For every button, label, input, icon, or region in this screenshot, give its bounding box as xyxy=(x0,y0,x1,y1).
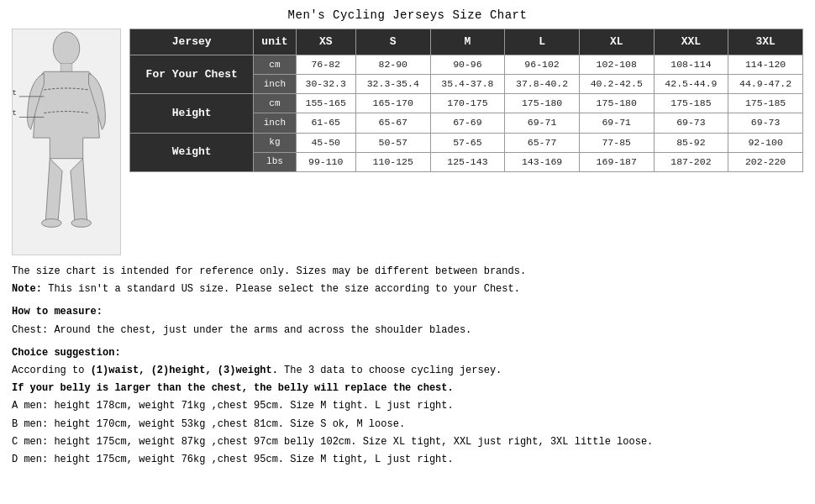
data-cell: 45-50 xyxy=(296,133,355,152)
svg-point-0 xyxy=(53,32,80,65)
svg-text:Waist: Waist xyxy=(13,109,17,118)
col-xl: XL xyxy=(579,29,654,55)
how-to-measure-header: How to measure: xyxy=(12,304,803,320)
data-cell: 65-77 xyxy=(505,133,580,152)
table-row: Heightcm155-165165-170170-175175-180175-… xyxy=(130,94,803,113)
data-cell: 175-185 xyxy=(728,94,803,113)
unit-cell: inch xyxy=(254,75,296,94)
data-cell: 50-57 xyxy=(355,133,430,152)
choice-prefix: According to xyxy=(12,365,91,376)
col-xxl: XXL xyxy=(654,29,728,55)
data-cell: 202-220 xyxy=(728,152,803,171)
table-row: Weightkg45-5050-5757-6565-7777-8585-9292… xyxy=(130,133,803,152)
unit-cell: inch xyxy=(254,113,296,133)
page-wrapper: Men's Cycling Jerseys Size Chart xyxy=(0,0,815,504)
table-header-row: Jersey unit XS S M L XL XXL 3XL xyxy=(130,29,803,55)
data-cell: 65-67 xyxy=(355,113,430,133)
data-cell: 57-65 xyxy=(430,133,505,152)
data-cell: 175-180 xyxy=(579,94,654,113)
example-c: C men: height 175cm, weight 87kg ,chest … xyxy=(12,434,803,450)
data-cell: 44.9-47.2 xyxy=(728,75,803,94)
data-cell: 61-65 xyxy=(296,113,355,133)
choice-suffix: The 3 data to choose cycling jersey. xyxy=(278,365,502,376)
chest-instruction: Chest: Around the chest, just under the … xyxy=(12,323,803,339)
svg-text:Chest: Chest xyxy=(13,89,17,97)
data-cell: 108-114 xyxy=(654,55,728,75)
data-cell: 42.5-44.9 xyxy=(654,75,728,94)
data-cell: 77-85 xyxy=(579,133,654,152)
main-content: Chest Waist Jersey unit XS S M xyxy=(12,29,803,255)
data-cell: 169-187 xyxy=(579,152,654,171)
data-cell: 40.2-42.5 xyxy=(579,75,654,94)
data-cell: 110-125 xyxy=(355,152,430,171)
data-cell: 102-108 xyxy=(579,55,654,75)
data-cell: 69-71 xyxy=(579,113,654,133)
example-a: A men: height 178cm, weight 71kg ,chest … xyxy=(12,398,803,414)
data-cell: 30-32.3 xyxy=(296,75,355,94)
unit-cell: cm xyxy=(254,94,296,113)
col-s: S xyxy=(355,29,430,55)
data-cell: 175-180 xyxy=(505,94,580,113)
table-body: For Your Chestcm76-8282-9090-9696-102102… xyxy=(130,55,803,172)
body-figure-container: Chest Waist xyxy=(12,29,121,255)
col-jersey: Jersey xyxy=(130,29,254,55)
data-cell: 69-73 xyxy=(654,113,728,133)
unit-cell: lbs xyxy=(254,152,296,171)
note-text: This isn't a standard US size. Please se… xyxy=(42,283,520,295)
choice-line2: If your belly is larger than the chest, … xyxy=(12,381,803,396)
size-chart-table: Jersey unit XS S M L XL XXL 3XL For Your… xyxy=(129,29,803,172)
data-cell: 67-69 xyxy=(430,113,505,133)
svg-rect-1 xyxy=(60,63,72,71)
unit-cell: kg xyxy=(254,133,296,152)
table-row: For Your Chestcm76-8282-9090-9696-102102… xyxy=(130,55,803,75)
col-m: M xyxy=(430,29,505,55)
choice-header: Choice suggestion: xyxy=(12,345,803,361)
data-cell: 69-73 xyxy=(728,113,803,133)
unit-cell: cm xyxy=(254,55,296,75)
category-cell-1: Height xyxy=(130,94,254,133)
note-label: Note: xyxy=(12,283,42,295)
data-cell: 187-202 xyxy=(654,152,728,171)
note-line2: Note: This isn't a standard US size. Ple… xyxy=(12,281,803,297)
data-cell: 114-120 xyxy=(728,55,803,75)
data-cell: 35.4-37.8 xyxy=(430,75,505,94)
data-cell: 175-185 xyxy=(654,94,728,113)
data-cell: 165-170 xyxy=(355,94,430,113)
data-cell: 99-110 xyxy=(296,152,355,171)
data-cell: 96-102 xyxy=(505,55,580,75)
svg-point-2 xyxy=(41,219,61,228)
note-line1: The size chart is intended for reference… xyxy=(12,264,803,280)
data-cell: 69-71 xyxy=(505,113,580,133)
choice-bold: (1)waist, (2)height, (3)weight. xyxy=(91,365,278,376)
data-cell: 82-90 xyxy=(355,55,430,75)
data-cell: 155-165 xyxy=(296,94,355,113)
data-cell: 85-92 xyxy=(654,133,728,152)
data-cell: 170-175 xyxy=(430,94,505,113)
data-cell: 76-82 xyxy=(296,55,355,75)
data-cell: 90-96 xyxy=(430,55,505,75)
col-unit: unit xyxy=(254,29,296,55)
col-xs: XS xyxy=(296,29,355,55)
choice-line1: According to (1)waist, (2)height, (3)wei… xyxy=(12,363,803,379)
data-cell: 143-169 xyxy=(505,152,580,171)
category-cell-0: For Your Chest xyxy=(130,55,254,94)
example-d: D men: height 175cm, weight 76kg ,chest … xyxy=(12,452,803,468)
col-3xl: 3XL xyxy=(728,29,803,55)
data-cell: 125-143 xyxy=(430,152,505,171)
data-cell: 37.8-40.2 xyxy=(505,75,580,94)
col-l: L xyxy=(505,29,580,55)
notes-section: The size chart is intended for reference… xyxy=(12,264,803,470)
body-figure-svg: Chest Waist xyxy=(13,29,120,255)
data-cell: 92-100 xyxy=(728,133,803,152)
table-container: Jersey unit XS S M L XL XXL 3XL For Your… xyxy=(129,29,803,255)
svg-point-3 xyxy=(71,219,92,228)
example-b: B men: height 170cm, weight 53kg ,chest … xyxy=(12,417,803,433)
category-cell-2: Weight xyxy=(130,133,254,171)
data-cell: 32.3-35.4 xyxy=(355,75,430,94)
page-title: Men's Cycling Jerseys Size Chart xyxy=(12,8,803,22)
